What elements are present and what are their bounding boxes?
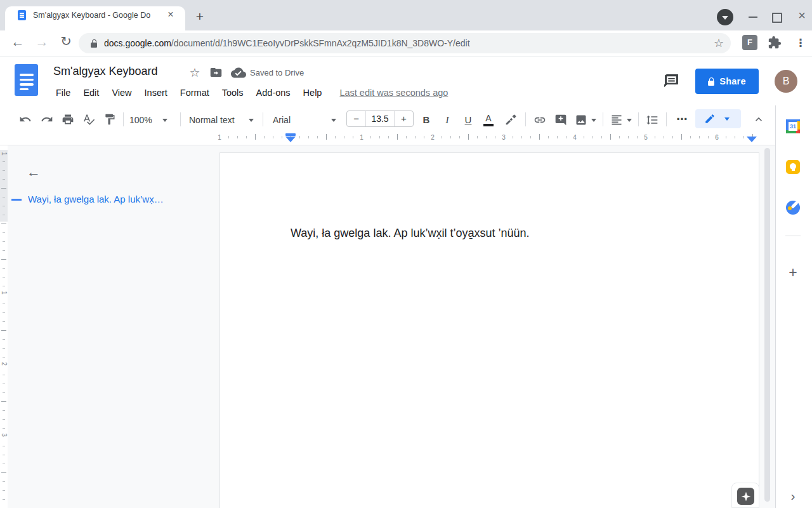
right-indent-marker[interactable] [747,137,757,142]
collapse-side-panel-button[interactable]: › [787,489,799,504]
chevron-down-icon[interactable] [627,119,632,122]
share-lock-icon [708,77,714,86]
ruler-number: 1 [216,134,223,142]
spellcheck-button[interactable] [82,113,95,126]
last-edit-link[interactable]: Last edit was seconds ago [333,84,454,101]
move-folder-icon[interactable] [209,67,223,78]
decrease-font-size-button[interactable]: − [347,111,365,126]
explore-card [731,483,759,508]
font-size-value[interactable]: 13.5 [365,111,394,126]
extension-badge[interactable]: F [742,35,757,50]
hold-window-button[interactable] [717,9,733,25]
text-color-button[interactable]: A [482,113,495,127]
back-button[interactable]: ← [10,34,26,52]
outline-item[interactable]: Wayi, ła gwelga lak. Ap luk’wx̣… [28,194,213,206]
font-size-control: − 13.5 + [346,110,414,127]
tab-close-icon[interactable]: × [165,9,176,22]
ruler-number: 5 [643,134,649,142]
minimize-button[interactable] [749,17,757,18]
undo-button[interactable] [19,113,32,126]
menu-insert[interactable]: Insert [138,84,174,101]
document-page[interactable] [219,152,759,508]
paragraph-style-select[interactable]: Normal text [189,114,260,126]
outline-item-marker [11,199,22,201]
share-button[interactable]: Share [695,69,759,94]
tab-title: Sm'algya̱x Keyboard - Google Do [33,11,160,21]
bold-button[interactable]: B [421,114,432,126]
italic-button[interactable]: I [442,114,453,126]
ruler-number: 1 [358,134,365,142]
google-keep-icon[interactable] [786,160,800,174]
maximize-button[interactable] [772,13,782,23]
menu-format[interactable]: Format [174,84,216,101]
text-color-bar [483,124,494,126]
underline-button[interactable]: U [462,114,474,126]
account-avatar[interactable]: B [775,70,797,93]
ruler-number: 2 [0,360,8,368]
insert-link-button[interactable] [534,114,546,126]
menu-view[interactable]: View [105,84,138,101]
url-text: docs.google.com/document/d/1h9WC1EeoIyvD… [104,38,707,50]
menu-edit[interactable]: Edit [77,84,105,101]
more-tools-button[interactable]: ⋯ [674,112,690,126]
explore-star-icon [740,491,752,502]
menu-help[interactable]: Help [297,84,329,101]
menu-tools[interactable]: Tools [216,84,250,101]
vertical-scrollbar[interactable] [764,148,770,502]
menu-addons[interactable]: Add-ons [250,84,297,101]
collapse-toolbar-button[interactable] [752,113,765,126]
extensions-puzzle-icon[interactable] [768,36,782,50]
add-comment-button[interactable] [554,114,567,126]
close-window-button[interactable]: × [796,8,808,23]
comments-icon[interactable] [664,73,679,89]
font-family-value: Arial [273,115,291,125]
saved-status: Saved to Drive [250,68,304,78]
document-title[interactable]: Sm'algya̱x Keyboard [53,65,158,80]
paint-format-button[interactable] [103,113,116,126]
print-button[interactable] [62,113,74,126]
google-calendar-icon[interactable]: 31 [786,119,800,133]
ruler-number: 3 [0,431,8,439]
menu-bar: File Edit View Insert Format Tools Add-o… [49,84,454,101]
increase-font-size-button[interactable]: + [395,111,413,126]
side-panel-divider [785,236,801,236]
ruler-number: 2 [429,134,436,142]
url-domain: docs.google.com [104,38,171,48]
forward-button[interactable]: → [34,34,50,52]
chevron-down-icon [724,117,730,121]
font-family-select[interactable]: Arial [273,114,339,126]
browser-menu-icon[interactable]: ⋮ [794,35,807,51]
google-tasks-icon[interactable] [786,201,800,215]
first-line-indent-marker[interactable] [285,133,296,136]
pencil-icon [704,113,716,124]
ruler-number: 3 [501,134,507,142]
ruler-number: 4 [572,134,578,142]
editing-mode-button[interactable] [695,109,741,128]
outline-close-button[interactable]: ← [25,164,42,180]
chevron-down-icon[interactable] [591,119,596,122]
menu-file[interactable]: File [49,84,77,101]
highlight-color-button[interactable] [505,113,518,126]
star-document-icon[interactable]: ☆ [188,65,202,79]
docs-logo[interactable] [15,64,38,96]
explore-button[interactable] [737,488,754,505]
docs-favicon [18,10,26,20]
new-tab-button[interactable]: + [192,8,207,25]
reload-button[interactable]: ↻ [58,34,74,51]
url-path: /document/d/1h9WC1EeoIyvDrPskkSFmnAx2qzM… [171,38,470,48]
align-button[interactable] [610,114,623,126]
zoom-select[interactable]: 100% [129,114,174,126]
paragraph-style-value: Normal text [189,115,235,125]
add-side-panel-app-button[interactable]: + [785,264,801,281]
left-indent-marker[interactable] [285,137,296,142]
insert-image-button[interactable] [575,114,587,126]
ruler-number: 1 [0,289,8,297]
document-text[interactable]: Wayi, ła gwelga lak. Ap luk’wx̣il t’oya̱… [291,227,760,243]
saved-to-drive-cloud-icon [231,67,246,78]
bookmark-star-icon[interactable]: ☆ [712,36,726,50]
lock-icon [91,39,97,48]
redo-button[interactable] [41,113,53,126]
chevron-down-icon [331,119,336,122]
share-label: Share [719,76,745,86]
line-spacing-button[interactable] [646,114,658,126]
